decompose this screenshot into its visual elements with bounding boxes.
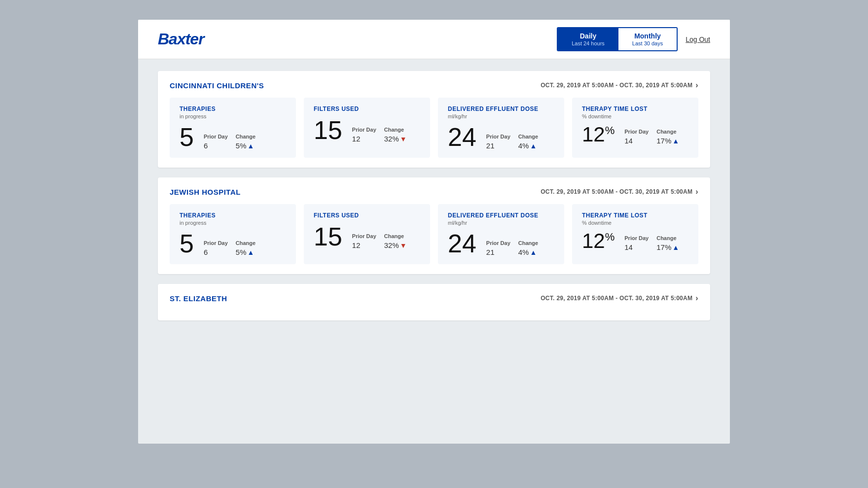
prior-day-value: 14 <box>624 137 649 145</box>
change-label: Change <box>236 134 255 139</box>
change-label: Change <box>656 235 679 241</box>
metric-value: 15 <box>314 224 342 249</box>
logo: Baxter <box>158 30 204 48</box>
tab-daily-label: Daily <box>572 32 605 40</box>
change-label: Change <box>656 129 679 135</box>
logout-button[interactable]: Log Out <box>686 35 710 43</box>
metric-title: FILTERS USED <box>314 212 420 219</box>
arrow-down-icon: ▼ <box>400 135 407 143</box>
metric-comparisons: Prior Day12Change32%▼ <box>352 233 407 249</box>
metric-card-jewish-delivered: DELIVERED EFFLUENT DOSEml/kg/hr24Prior D… <box>438 204 564 264</box>
change-comp: Change5%▲ <box>236 134 255 150</box>
prior-day-label: Prior Day <box>486 134 510 139</box>
arrow-down-icon: ▼ <box>400 242 407 249</box>
prior-day-value: 12 <box>352 135 376 143</box>
prior-day-value: 21 <box>486 248 510 256</box>
metric-comparisons: Prior Day14Change17%▲ <box>624 235 679 251</box>
change-value: 17%▲ <box>656 137 679 145</box>
metric-value: 12% <box>582 231 615 251</box>
change-label: Change <box>384 233 407 239</box>
hospital-header-st_elizabeth: ST. ELIZABETHOCT. 29, 2019 AT 5:00AM - O… <box>170 294 698 303</box>
change-comp: Change17%▲ <box>656 129 679 145</box>
metric-comparisons: Prior Day6Change5%▲ <box>204 134 255 150</box>
hospital-section-st_elizabeth: ST. ELIZABETHOCT. 29, 2019 AT 5:00AM - O… <box>158 284 710 320</box>
metric-value: 12% <box>582 124 615 145</box>
change-number: 17% <box>656 137 671 145</box>
metric-body: 24Prior Day21Change4%▲ <box>448 231 554 256</box>
change-comp: Change5%▲ <box>236 240 255 256</box>
metric-card-jewish-therapies: THERAPIESin progress5Prior Day6Change5%▲ <box>170 204 296 264</box>
metric-card-jewish-therapy_time: THERAPY TIME LOST% downtime12%Prior Day1… <box>572 204 698 264</box>
metric-subtitle: in progress <box>180 113 286 119</box>
metric-body: 5Prior Day6Change5%▲ <box>180 124 286 150</box>
metric-value: 5 <box>180 231 194 256</box>
arrow-up-icon: ▲ <box>530 142 537 150</box>
arrow-up-icon: ▲ <box>672 137 679 145</box>
prior-day-label: Prior Day <box>352 127 376 133</box>
chevron-right-icon: › <box>695 187 698 196</box>
hospital-date-cincinnati[interactable]: OCT. 29, 2019 AT 5:00AM - OCT. 30, 2019 … <box>541 81 698 90</box>
change-value: 4%▲ <box>518 248 538 256</box>
prior-day-label: Prior Day <box>486 240 510 246</box>
hospital-name-cincinnati: CINCINNATI CHILDREN'S <box>170 81 264 90</box>
prior-day-label: Prior Day <box>624 235 649 241</box>
change-number: 17% <box>656 243 671 251</box>
metric-body: 15Prior Day12Change32%▼ <box>314 224 420 249</box>
hospital-section-jewish: JEWISH HOSPITALOCT. 29, 2019 AT 5:00AM -… <box>158 177 710 274</box>
metrics-row-cincinnati: THERAPIESin progress5Prior Day6Change5%▲… <box>170 98 698 158</box>
prior-day-value: 21 <box>486 141 510 150</box>
metric-value: 15 <box>314 117 342 143</box>
chevron-right-icon: › <box>695 81 698 90</box>
prior-day-comp: Prior Day21 <box>486 134 510 150</box>
tab-daily[interactable]: Daily Last 24 hours <box>558 28 618 50</box>
change-value: 32%▼ <box>384 135 407 143</box>
change-value: 5%▲ <box>236 248 255 256</box>
hospital-header-jewish: JEWISH HOSPITALOCT. 29, 2019 AT 5:00AM -… <box>170 187 698 196</box>
metric-comparisons: Prior Day14Change17%▲ <box>624 129 679 145</box>
tab-monthly-label: Monthly <box>632 32 663 40</box>
hospital-section-cincinnati: CINCINNATI CHILDREN'SOCT. 29, 2019 AT 5:… <box>158 71 710 168</box>
prior-day-value: 12 <box>352 241 376 249</box>
change-number: 5% <box>236 248 247 256</box>
prior-day-label: Prior Day <box>352 233 376 239</box>
date-range-text: OCT. 29, 2019 AT 5:00AM - OCT. 30, 2019 … <box>541 188 692 195</box>
arrow-up-icon: ▲ <box>530 248 537 256</box>
change-value: 17%▲ <box>656 243 679 251</box>
prior-day-comp: Prior Day21 <box>486 240 510 256</box>
change-value: 4%▲ <box>518 141 538 150</box>
metrics-row-jewish: THERAPIESin progress5Prior Day6Change5%▲… <box>170 204 698 264</box>
metric-title: THERAPIES <box>180 105 286 112</box>
header-right: Daily Last 24 hours Monthly Last 30 days… <box>557 27 710 51</box>
metric-card-cincinnati-therapies: THERAPIESin progress5Prior Day6Change5%▲ <box>170 98 296 158</box>
date-range-text: OCT. 29, 2019 AT 5:00AM - OCT. 30, 2019 … <box>541 295 692 302</box>
metric-body: 24Prior Day21Change4%▲ <box>448 124 554 150</box>
change-number: 4% <box>518 248 529 256</box>
prior-day-comp: Prior Day6 <box>204 240 228 256</box>
metric-card-cincinnati-therapy_time: THERAPY TIME LOST% downtime12%Prior Day1… <box>572 98 698 158</box>
metric-title: THERAPIES <box>180 212 286 219</box>
metric-title: THERAPY TIME LOST <box>582 105 688 112</box>
metric-subtitle: % downtime <box>582 113 688 119</box>
hospital-date-jewish[interactable]: OCT. 29, 2019 AT 5:00AM - OCT. 30, 2019 … <box>541 187 698 196</box>
prior-day-comp: Prior Day14 <box>624 129 649 145</box>
change-comp: Change4%▲ <box>518 240 538 256</box>
metric-value: 24 <box>448 124 476 150</box>
metric-comparisons: Prior Day21Change4%▲ <box>486 240 538 256</box>
arrow-up-icon: ▲ <box>248 248 254 256</box>
change-comp: Change32%▼ <box>384 127 407 143</box>
metric-card-jewish-filters: FILTERS USED15Prior Day12Change32%▼ <box>304 204 430 264</box>
tab-monthly[interactable]: Monthly Last 30 days <box>618 28 677 50</box>
prior-day-comp: Prior Day12 <box>352 127 376 143</box>
prior-day-label: Prior Day <box>204 134 228 139</box>
metric-comparisons: Prior Day21Change4%▲ <box>486 134 538 150</box>
metric-body: 5Prior Day6Change5%▲ <box>180 231 286 256</box>
metric-card-cincinnati-delivered: DELIVERED EFFLUENT DOSEml/kg/hr24Prior D… <box>438 98 564 158</box>
prior-day-comp: Prior Day6 <box>204 134 228 150</box>
change-label: Change <box>384 127 407 133</box>
metric-title: FILTERS USED <box>314 105 420 112</box>
tab-daily-sublabel: Last 24 hours <box>572 40 605 46</box>
metric-title: THERAPY TIME LOST <box>582 212 688 219</box>
arrow-up-icon: ▲ <box>248 142 254 150</box>
hospital-date-st_elizabeth[interactable]: OCT. 29, 2019 AT 5:00AM - OCT. 30, 2019 … <box>541 294 698 303</box>
prior-day-comp: Prior Day12 <box>352 233 376 249</box>
